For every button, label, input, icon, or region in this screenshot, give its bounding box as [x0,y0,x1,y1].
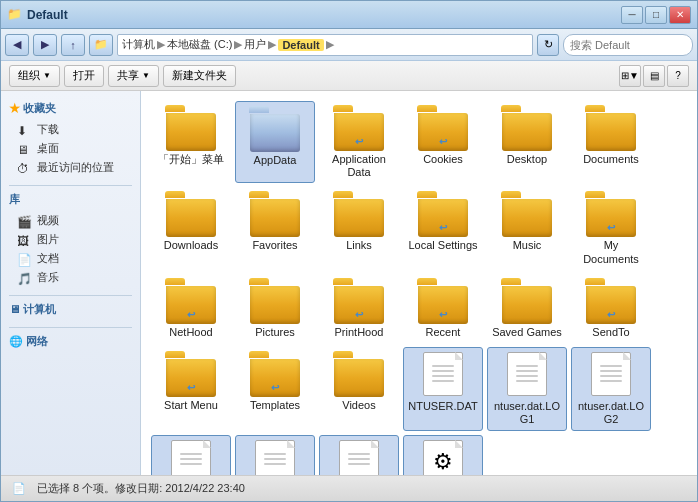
sidebar-section-computer: 🖥 计算机 [1,300,140,319]
file-label: My Documents [575,239,647,265]
help-button[interactable]: ? [667,65,689,87]
file-label: Recent [426,326,461,339]
breadcrumb-users[interactable]: 用户 [244,37,266,52]
view-controls: ⊞▼ ▤ ? [619,65,689,87]
list-item[interactable]: ↩ Application Data [319,101,399,183]
list-item[interactable]: ↩ Cookies [403,101,483,183]
sidebar-section-network: 🌐 网络 [1,332,140,351]
list-item[interactable]: ↩ Templates [235,347,315,431]
organize-arrow-icon: ▼ [43,71,51,80]
sidebar-label-music: 音乐 [37,270,59,285]
back-button[interactable]: ◀ [5,34,29,56]
close-button[interactable]: ✕ [669,6,691,24]
window-controls: ─ □ ✕ [621,6,691,24]
list-item[interactable]: NTUSER.DAT{6cced2f1-6e01-11de-8be... [151,435,231,475]
folder-icon-links [333,191,385,237]
list-item[interactable]: Links [319,187,399,269]
file-label: ntuser.dat.LOG1 [492,400,562,426]
list-item[interactable]: Desktop [487,101,567,183]
list-item[interactable]: ↩ PrintHood [319,274,399,343]
forward-button[interactable]: ▶ [33,34,57,56]
breadcrumb-current[interactable]: Default [278,39,323,51]
open-button[interactable]: 打开 [64,65,104,87]
content-area[interactable]: 「开始」菜单 AppData ↩ [141,91,697,475]
desktop-icon: 🖥 [17,143,33,155]
list-item[interactable]: Downloads [151,187,231,269]
sidebar-label-pictures: 图片 [37,232,59,247]
search-input[interactable] [563,34,693,56]
sidebar-item-videos[interactable]: 🎬 视频 [1,211,140,230]
preview-pane-button[interactable]: ▤ [643,65,665,87]
sidebar-label-recent: 最近访问的位置 [37,160,114,175]
folder-icon-start-menu [165,105,217,151]
up-button[interactable]: ↑ [61,34,85,56]
sidebar-item-music[interactable]: 🎵 音乐 [1,268,140,287]
list-item[interactable]: NTUSER.DAT{6cced2f1-6e01-11de-8be... [319,435,399,475]
organize-button[interactable]: 组织 ▼ [9,65,60,87]
list-item[interactable]: ↩ My Documents [571,187,651,269]
list-item[interactable]: Saved Games [487,274,567,343]
list-item[interactable]: ↩ Local Settings [403,187,483,269]
video-icon: 🎬 [17,215,33,227]
sidebar-section-library: 库 🎬 视频 🖼 图片 📄 文档 🎵 音乐 [1,190,140,287]
list-item[interactable]: ↩ NetHood [151,274,231,343]
sidebar-item-pictures[interactable]: 🖼 图片 [1,230,140,249]
shortcut-arrow-icon: ↩ [439,309,447,320]
sidebar-item-recent[interactable]: ⏱ 最近访问的位置 [1,158,140,177]
download-icon: ⬇ [17,124,33,136]
breadcrumb-drive[interactable]: 本地磁盘 (C:) [167,37,232,52]
list-item[interactable]: Videos [319,347,399,431]
folder-icon-videos [333,351,385,397]
list-item[interactable]: Favorites [235,187,315,269]
status-text: 已选择 8 个项。修改日期: 2012/4/22 23:40 [37,481,245,496]
file-label: Pictures [255,326,295,339]
address-bar: ◀ ▶ ↑ 📁 计算机 ▶ 本地磁盘 (C:) ▶ 用户 ▶ Default ▶… [1,29,697,61]
list-item[interactable]: Documents [571,101,651,183]
folder-icon-appdata [249,106,301,152]
sidebar-item-desktop[interactable]: 🖥 桌面 [1,139,140,158]
network-icon: 🌐 [9,335,23,347]
folder-icon-documents [585,105,637,151]
refresh-button[interactable]: ↻ [537,34,559,56]
shortcut-arrow-icon: ↩ [607,309,615,320]
sidebar-item-documents[interactable]: 📄 文档 [1,249,140,268]
file-label: Cookies [423,153,463,166]
computer-title: 🖥 计算机 [1,300,140,319]
file-label: Application Data [323,153,395,179]
list-item[interactable]: ntuser.dat.LOG2 [571,347,651,431]
new-folder-button[interactable]: 新建文件夹 [163,65,236,87]
share-button[interactable]: 共享 ▼ [108,65,159,87]
share-label: 共享 [117,68,139,83]
list-item[interactable]: Pictures [235,274,315,343]
list-item[interactable]: ↩ Recent [403,274,483,343]
divider-2 [9,295,132,296]
list-item[interactable]: AppData [235,101,315,183]
file-icon-ntuser-sm1 [167,440,215,475]
maximize-button[interactable]: □ [645,6,667,24]
view-options-button[interactable]: ⊞▼ [619,65,641,87]
shortcut-arrow-icon: ↩ [271,382,279,393]
minimize-button[interactable]: ─ [621,6,643,24]
list-item[interactable]: ⚙ ntuser [403,435,483,475]
list-item[interactable]: Music [487,187,567,269]
favorites-title: ★ 收藏夹 [1,99,140,118]
network-title: 🌐 网络 [1,332,140,351]
list-item[interactable]: 「开始」菜单 [151,101,231,183]
shortcut-arrow-icon: ↩ [355,136,363,147]
list-item[interactable]: ntuser.dat.LOG1 [487,347,567,431]
folder-icon-pictures [249,278,301,324]
share-arrow-icon: ▼ [142,71,150,80]
shortcut-arrow-icon: ↩ [439,136,447,147]
list-item[interactable]: ↩ Start Menu [151,347,231,431]
breadcrumb-computer[interactable]: 计算机 [122,37,155,52]
folder-icon-local-settings: ↩ [417,191,469,237]
breadcrumb[interactable]: 计算机 ▶ 本地磁盘 (C:) ▶ 用户 ▶ Default ▶ [117,34,533,56]
sidebar-item-downloads[interactable]: ⬇ 下载 [1,120,140,139]
folder-icon-recent: ↩ [417,278,469,324]
file-icon-ntuser-sm2 [251,440,299,475]
main-area: ★ 收藏夹 ⬇ 下载 🖥 桌面 ⏱ 最近访问的位置 库 [1,91,697,475]
list-item[interactable]: NTUSER.DAT [403,347,483,431]
list-item[interactable]: ↩ SendTo [571,274,651,343]
shortcut-arrow-icon: ↩ [607,222,615,233]
list-item[interactable]: NTUSER.DAT{6cced2f1-6e01-11de-8be... [235,435,315,475]
